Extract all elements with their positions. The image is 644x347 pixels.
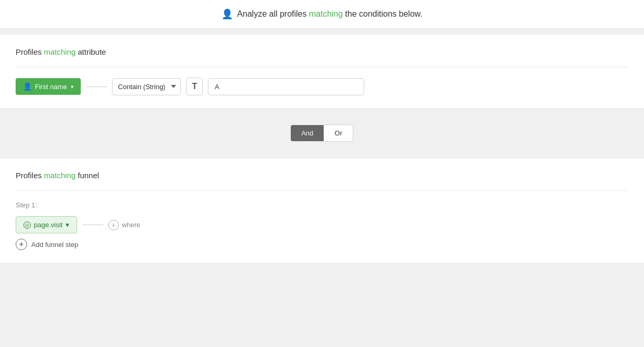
event-label: page.visit <box>34 221 63 229</box>
where-plus-icon: + <box>108 220 119 230</box>
funnel-divider <box>16 190 628 191</box>
funnel-title-after: funnel <box>78 171 99 180</box>
funnel-title-before: Profiles <box>16 171 42 180</box>
operator-select[interactable]: Contain (String) <box>112 78 181 95</box>
event-button[interactable]: ◎ page.visit ▾ <box>16 216 77 233</box>
add-funnel-label: Add funnel step <box>31 241 78 249</box>
person-btn-icon: 👤 <box>23 82 32 91</box>
add-funnel-button[interactable]: + Add funnel step <box>16 239 78 250</box>
connector-line-1 <box>86 86 107 87</box>
and-or-section: And Or <box>0 114 644 152</box>
top-bar-text: Analyze all profiles matching the condit… <box>237 9 423 19</box>
top-bar-before: Analyze all profiles <box>237 9 306 18</box>
connector-line-2 <box>82 225 103 225</box>
type-icon-button[interactable]: T <box>186 78 203 95</box>
funnel-title-highlight: matching <box>44 171 76 180</box>
add-funnel-icon: + <box>16 239 27 250</box>
chevron-down-icon: ▾ <box>71 84 73 90</box>
type-icon: T <box>192 82 197 91</box>
person-icon: 👤 <box>221 8 233 20</box>
attribute-section: Profiles matching attribute 👤 First name… <box>0 35 644 108</box>
attr-title-highlight: matching <box>44 47 76 56</box>
and-button[interactable]: And <box>291 125 324 141</box>
attr-title-before: Profiles <box>16 47 42 56</box>
funnel-section: Profiles matching funnel Step 1: ◎ page.… <box>0 158 644 263</box>
top-bar-highlight: matching <box>309 9 343 18</box>
top-bar-after: the conditions below. <box>345 9 423 18</box>
attr-title-after: attribute <box>78 47 106 56</box>
event-icon: ◎ <box>23 221 31 229</box>
filter-row: 👤 First name ▾ Contain (String) T <box>16 78 628 95</box>
event-chevron-icon: ▾ <box>66 221 69 229</box>
where-label: where <box>122 221 140 229</box>
attribute-section-title: Profiles matching attribute <box>16 47 628 56</box>
top-bar: 👤 Analyze all profiles matching the cond… <box>0 0 644 29</box>
divider <box>16 67 628 67</box>
first-name-label: First name <box>35 83 67 91</box>
first-name-button[interactable]: 👤 First name ▾ <box>16 78 81 95</box>
where-button[interactable]: + where <box>108 220 140 230</box>
funnel-section-title: Profiles matching funnel <box>16 171 628 180</box>
value-input[interactable] <box>208 78 364 95</box>
funnel-filter-row: ◎ page.visit ▾ + where <box>16 216 628 233</box>
or-button[interactable]: Or <box>324 125 353 142</box>
step-label: Step 1: <box>16 201 628 209</box>
